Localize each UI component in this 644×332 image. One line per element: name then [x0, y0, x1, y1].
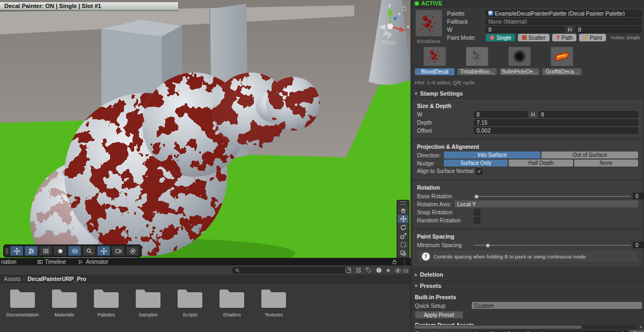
search-overlay-button[interactable] — [83, 246, 96, 256]
search-by-type-icon[interactable] — [355, 267, 362, 273]
sd-height-field[interactable]: 8 — [538, 111, 638, 118]
quick-setup-dropdown[interactable]: Custom — [472, 302, 642, 309]
folder-shaders[interactable]: Shaders — [215, 287, 249, 332]
camera-overlay-button[interactable] — [112, 246, 125, 256]
folder-materials[interactable]: Materials — [47, 287, 82, 332]
paint-spacing-header: Paint Spacing — [417, 233, 639, 240]
palette-object-field[interactable]: ExampleDecalPainterPalette (Decal Painte… — [486, 10, 642, 17]
stamp-settings-foldout[interactable]: ▾ Stamp Settings — [411, 88, 644, 98]
mode-paint-button[interactable]: Paint — [579, 34, 606, 41]
decal-thumb-bullethole[interactable] — [508, 47, 531, 66]
decal-button-tintable[interactable]: TintableBloo... — [457, 68, 497, 75]
scale-tool-button[interactable] — [398, 232, 408, 240]
base-rotation-value[interactable]: 0 — [633, 193, 644, 199]
tab-timeline[interactable]: Timeline — [34, 258, 69, 265]
min-spacing-value[interactable]: 0 — [633, 242, 644, 248]
move-overlay-button[interactable] — [10, 246, 23, 256]
direction-out-of-surface-button[interactable]: Out of Surface — [541, 151, 638, 158]
nudge-none-button[interactable]: None — [574, 160, 638, 167]
snap-rotation-label: Snap Rotation — [417, 209, 474, 215]
move-tool-button[interactable] — [398, 215, 408, 223]
hand-tool-button[interactable] — [398, 206, 408, 214]
decal-button-bullethole[interactable]: BulletHoleDe... — [500, 68, 539, 75]
foldout-closed-icon: ▸ — [415, 272, 418, 277]
tab-animation[interactable]: nation — [0, 258, 20, 265]
tab-animator[interactable]: Animator — [75, 258, 112, 265]
panel-menu-icon[interactable]: ⋮ — [402, 259, 407, 265]
random-rotation-checkbox[interactable] — [474, 217, 480, 223]
breadcrumb-assets[interactable]: Assets — [4, 276, 21, 282]
breadcrumb-separator-icon: › — [24, 276, 25, 282]
sd-width-field[interactable]: 8 — [474, 111, 528, 118]
rotation-box: Rotation Base Rotation 0 Rotation Axis: … — [413, 182, 642, 227]
apply-preset-button[interactable]: Apply Preset — [415, 311, 463, 319]
fallback-object-field[interactable]: None (Material) — [486, 18, 642, 25]
gizmo-x-axis[interactable] — [399, 27, 406, 32]
nudge-surface-only-button[interactable]: Surface Only — [444, 160, 508, 167]
compass-overlay-button[interactable] — [126, 246, 139, 256]
persp-toggle-icon[interactable] — [376, 40, 380, 45]
scrollbar-thumb[interactable] — [414, 326, 582, 329]
breadcrumb-current-folder[interactable]: DecalPainterURP_Pro — [28, 276, 86, 282]
decal-thumb-tintable[interactable] — [466, 47, 488, 66]
preset-asset-field[interactable]: None (Decal Painter Preset) ⊙ — [472, 330, 628, 332]
sliders-overlay-button[interactable] — [25, 246, 38, 256]
base-rotation-label: Base Rotation — [417, 193, 474, 199]
direction-into-surface-button[interactable]: Into Surface — [444, 151, 540, 158]
lock-icon[interactable] — [391, 258, 398, 265]
folder-palettes[interactable]: Palettes — [89, 287, 123, 332]
scrollbar-right-arrow[interactable]: ▸ — [640, 324, 642, 329]
dot-overlay-button[interactable] — [54, 246, 67, 256]
gizmo-z-axis[interactable] — [393, 17, 397, 21]
folder-documentation[interactable]: Documentation — [5, 287, 40, 332]
base-rotation-knob[interactable] — [474, 194, 479, 199]
hidden-count[interactable]: 22 — [394, 267, 408, 274]
mode-path-button[interactable]: Path — [552, 34, 577, 41]
folder-samples[interactable]: Samples — [131, 287, 165, 332]
scene-orientation-gizmo[interactable]: y z x Persp — [372, 1, 411, 47]
gizmo-overlay-button[interactable] — [97, 246, 110, 256]
snap-rotation-checkbox[interactable] — [474, 209, 480, 215]
rotate-tool-button[interactable] — [398, 223, 408, 232]
transform-tool-button[interactable] — [398, 249, 408, 257]
overlay-drag-handle[interactable] — [400, 201, 406, 205]
layers-overlay-button[interactable] — [68, 246, 81, 256]
decal-button-blood[interactable]: BloodDecal — [415, 68, 455, 75]
offset-field[interactable]: 0.002 — [474, 127, 638, 134]
mode-scatter-button[interactable]: Scatter — [518, 34, 550, 41]
folder-textures[interactable]: Textures — [257, 287, 291, 332]
decal-thumb-blood[interactable] — [423, 47, 446, 66]
folder-icon — [218, 287, 246, 310]
base-rotation-slider[interactable] — [474, 193, 631, 199]
presets-foldout[interactable]: ▾ Presets — [411, 280, 644, 291]
min-spacing-slider[interactable] — [474, 242, 631, 248]
decal-thumb-graffiti[interactable] — [551, 47, 573, 66]
folder-scripts[interactable]: Scripts — [173, 287, 207, 332]
height-field[interactable]: 8 — [575, 26, 642, 33]
width-field[interactable]: 8 — [486, 26, 565, 33]
align-normal-checkbox[interactable]: ✓ — [476, 168, 482, 175]
rect-tool-button[interactable] — [398, 241, 408, 249]
grid-overlay-button[interactable] — [39, 246, 52, 256]
rotation-axis-dropdown[interactable]: Local Y — [455, 200, 638, 207]
saved-search-star-icon[interactable]: ★ — [386, 268, 391, 273]
nudge-half-depth-button[interactable]: Half Depth — [509, 160, 573, 167]
gizmo-y-axis[interactable] — [387, 8, 393, 15]
search-by-label-icon[interactable] — [365, 267, 372, 273]
create-preset-button[interactable]: Cre — [629, 330, 644, 332]
decal-button-graffiti[interactable]: GraffitiDeca... — [542, 68, 582, 75]
alert-icon[interactable] — [376, 267, 382, 273]
width-label: W — [447, 26, 486, 33]
project-search-input[interactable] — [232, 267, 349, 273]
inspector-horizontal-scrollbar[interactable] — [413, 325, 636, 329]
min-spacing-knob[interactable] — [486, 243, 490, 248]
mode-single-button[interactable]: Single — [486, 34, 515, 41]
toolbar-drag-handle[interactable] — [6, 248, 8, 254]
open-asset-icon[interactable] — [345, 267, 352, 273]
gizmo-lock-icon[interactable] — [402, 6, 406, 10]
selected-decal-thumbnail[interactable] — [415, 10, 442, 37]
depth-field[interactable]: 7.15 — [474, 119, 638, 126]
deletion-foldout[interactable]: ▸ Deletion — [411, 269, 644, 279]
persp-label[interactable]: Persp — [382, 40, 397, 46]
scene-view[interactable]: Decal Painter: ON | Single | Slot #1 y z… — [0, 0, 411, 258]
